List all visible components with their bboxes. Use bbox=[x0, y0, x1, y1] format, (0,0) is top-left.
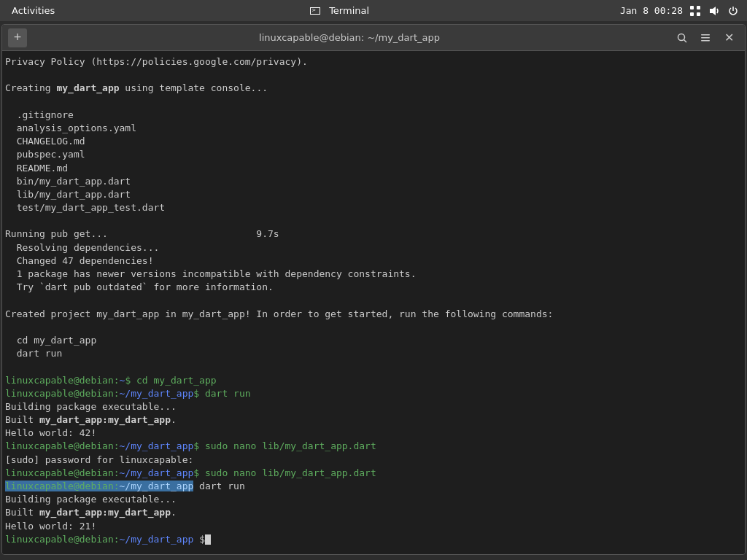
terminal-icon bbox=[310, 7, 320, 15]
svg-marker-4 bbox=[710, 7, 716, 15]
prompt4: linuxcapable@debian:~/my_dart_app$ sudo … bbox=[5, 467, 376, 478]
file-lib: lib/my_dart_app.dart bbox=[5, 189, 131, 200]
terminal-label: Terminal bbox=[329, 5, 369, 16]
terminal-titlebar: + linuxcapable@debian: ~/my_dart_app ✕ bbox=[2, 25, 745, 51]
menu-button[interactable] bbox=[695, 28, 716, 47]
power-icon[interactable] bbox=[727, 4, 740, 18]
file-analysis: analysis_options.yaml bbox=[5, 122, 136, 133]
file-test: test/my_dart_app_test.dart bbox=[5, 202, 165, 213]
building2: Building package executable... bbox=[5, 494, 177, 505]
cmd-cd: cd my_dart_app bbox=[5, 335, 96, 346]
prompt1: linuxcapable@debian:~$ cd my_dart_app bbox=[5, 375, 217, 386]
system-bar-center: Terminal bbox=[310, 5, 369, 16]
terminal-title: linuxcapable@debian: ~/my_dart_app bbox=[27, 32, 672, 43]
grid-icon[interactable] bbox=[689, 4, 702, 18]
privacy-policy: Privacy Policy (https://policies.google.… bbox=[5, 56, 308, 67]
sound-icon[interactable] bbox=[708, 4, 721, 18]
hello42: Hello world: 42! bbox=[5, 427, 96, 438]
try-dart: Try `dart pub outdated` for more informa… bbox=[5, 281, 274, 292]
running-pub-get: Running pub get... 9.7s bbox=[5, 228, 279, 239]
built1: Built my_dart_app:my_dart_app. bbox=[5, 414, 177, 425]
svg-rect-8 bbox=[701, 37, 710, 39]
blank-line4 bbox=[5, 295, 11, 306]
terminal-controls: ✕ bbox=[672, 28, 739, 47]
building1: Building package executable... bbox=[5, 401, 177, 412]
system-bar: Activities Terminal Jan 8 00:28 bbox=[0, 0, 747, 21]
svg-rect-9 bbox=[701, 40, 710, 42]
terminal-window: + linuxcapable@debian: ~/my_dart_app ✕ P… bbox=[1, 24, 746, 555]
svg-rect-2 bbox=[690, 12, 694, 16]
file-changelog: CHANGELOG.md bbox=[5, 136, 85, 147]
blank-line6 bbox=[5, 361, 11, 372]
file-pubspec: pubspec.yaml bbox=[5, 149, 85, 160]
sudo-password: [sudo] password for linuxcapable: bbox=[5, 454, 193, 465]
blank-line5 bbox=[5, 322, 11, 332]
prompt6: linuxcapable@debian:~/my_dart_app $ bbox=[5, 534, 211, 545]
cursor bbox=[205, 534, 211, 545]
new-tab-button[interactable]: + bbox=[8, 28, 27, 47]
file-bin: bin/my_dart_app.dart bbox=[5, 176, 131, 187]
search-button[interactable] bbox=[672, 28, 692, 47]
created-project: Created project my_dart_app in my_dart_a… bbox=[5, 308, 553, 319]
blank-line3 bbox=[5, 215, 11, 226]
creating-line: Creating my_dart_app using template cons… bbox=[5, 82, 268, 93]
activities-button[interactable]: Activities bbox=[7, 4, 59, 18]
blank-line bbox=[5, 69, 11, 80]
system-bar-right: Jan 8 00:28 bbox=[620, 4, 740, 18]
svg-rect-0 bbox=[690, 6, 694, 9]
svg-point-5 bbox=[678, 34, 685, 40]
svg-rect-3 bbox=[697, 12, 700, 16]
file-readme: README.md bbox=[5, 163, 68, 174]
svg-rect-1 bbox=[697, 6, 700, 9]
resolving: Resolving dependencies... bbox=[5, 242, 159, 253]
blank-line2 bbox=[5, 96, 11, 107]
file-gitignore: .gitignore bbox=[5, 109, 74, 120]
newer-versions: 1 package has newer versions incompatibl… bbox=[5, 268, 417, 279]
hello21: Hello world: 21! bbox=[5, 521, 96, 532]
prompt2: linuxcapable@debian:~/my_dart_app$ dart … bbox=[5, 388, 251, 399]
svg-rect-7 bbox=[701, 34, 710, 36]
built2: Built my_dart_app:my_dart_app. bbox=[5, 507, 177, 518]
prompt3: linuxcapable@debian:~/my_dart_app$ sudo … bbox=[5, 440, 376, 451]
prompt5-highlighted: linuxcapable@debian:~/my_dart_app dart r… bbox=[5, 481, 245, 491]
terminal-content[interactable]: Privacy Policy (https://policies.google.… bbox=[2, 51, 745, 554]
svg-line-6 bbox=[684, 39, 687, 42]
close-button[interactable]: ✕ bbox=[719, 28, 739, 47]
datetime: Jan 8 00:28 bbox=[620, 5, 683, 16]
cmd-dart-run: dart run bbox=[5, 348, 62, 359]
changed: Changed 47 dependencies! bbox=[5, 255, 154, 266]
